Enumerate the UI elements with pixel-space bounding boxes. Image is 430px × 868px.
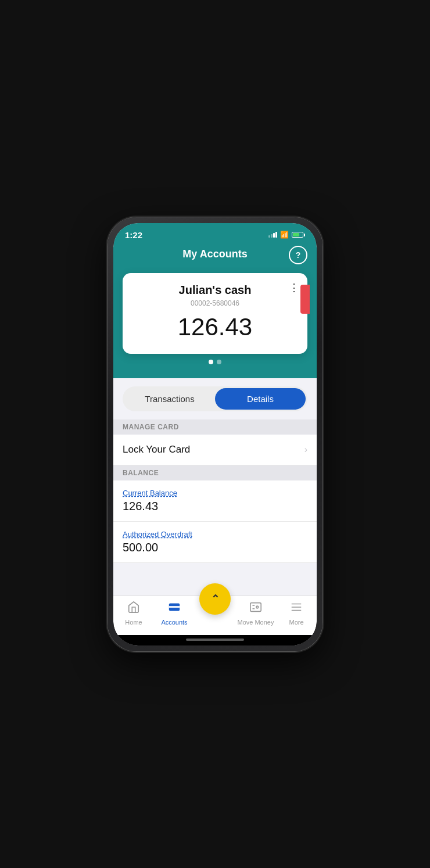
balance-section-header: BALANCE xyxy=(113,465,317,480)
wifi-icon: 📶 xyxy=(280,231,289,239)
authorized-overdraft-row: Authorized Overdraft 500.00 xyxy=(113,522,317,563)
current-balance-label[interactable]: Current Balance xyxy=(123,489,307,497)
dot-1[interactable] xyxy=(209,360,213,364)
current-balance-value: 126.43 xyxy=(123,500,307,513)
card-tab-indicator xyxy=(300,285,310,314)
accounts-icon xyxy=(168,601,181,617)
account-card: ⋮ Julian's cash 00002-5680046 126.43 xyxy=(123,273,307,354)
home-bar xyxy=(186,639,244,641)
status-time: 1:22 xyxy=(125,230,142,240)
move-money-icon xyxy=(249,601,262,617)
current-balance-row: Current Balance 126.43 xyxy=(113,480,317,522)
home-icon xyxy=(127,601,140,617)
svg-rect-1 xyxy=(169,606,180,608)
more-icon xyxy=(290,601,303,617)
nav-more-label: More xyxy=(289,619,303,626)
pagination-dots xyxy=(123,354,307,367)
tab-details[interactable]: Details xyxy=(215,388,306,410)
phone-frame: 1:22 📶 xyxy=(107,217,322,651)
phone-inner: 1:22 📶 xyxy=(113,223,317,645)
status-bar: 1:22 📶 xyxy=(113,223,317,243)
nav-accounts[interactable]: Accounts xyxy=(154,601,195,626)
account-number: 00002-5680046 xyxy=(134,299,296,307)
home-indicator xyxy=(113,635,317,645)
nav-accounts-label: Accounts xyxy=(161,619,187,626)
header: My Accounts ? xyxy=(113,243,317,267)
lock-card-label: Lock Your Card xyxy=(123,444,190,455)
center-action-button[interactable]: ⌃ xyxy=(199,583,231,615)
help-button[interactable]: ? xyxy=(289,246,307,264)
content-area: Transactions Details MANAGE CARD Lock Yo… xyxy=(113,378,317,596)
authorized-overdraft-label[interactable]: Authorized Overdraft xyxy=(123,530,307,539)
signal-icon xyxy=(268,232,277,238)
page-title: My Accounts xyxy=(182,248,247,260)
dot-2[interactable] xyxy=(217,360,221,364)
card-menu-button[interactable]: ⋮ xyxy=(289,281,299,294)
svg-rect-2 xyxy=(250,602,261,611)
tab-transactions[interactable]: Transactions xyxy=(124,388,215,410)
status-icons: 📶 xyxy=(268,231,305,239)
account-name: Julian's cash xyxy=(134,284,296,297)
battery-icon xyxy=(292,232,305,238)
chevron-right-icon: › xyxy=(304,444,307,455)
nav-more[interactable]: More xyxy=(276,601,317,626)
phone-screen: 1:22 📶 xyxy=(113,223,317,645)
nav-move-money[interactable]: Move Money xyxy=(235,601,276,626)
bottom-nav: Home Accounts ⌃ xyxy=(113,596,317,635)
svg-point-3 xyxy=(256,606,259,608)
account-balance: 126.43 xyxy=(134,313,296,341)
nav-home[interactable]: Home xyxy=(113,601,154,626)
manage-card-section-header: MANAGE CARD xyxy=(113,419,317,435)
nav-move-money-label: Move Money xyxy=(238,619,274,626)
card-area: ⋮ Julian's cash 00002-5680046 126.43 xyxy=(113,267,317,378)
chevron-up-icon: ⌃ xyxy=(211,593,220,605)
authorized-overdraft-value: 500.00 xyxy=(123,541,307,554)
nav-home-label: Home xyxy=(125,619,142,626)
lock-card-item[interactable]: Lock Your Card › xyxy=(113,435,317,465)
tab-switcher: Transactions Details xyxy=(123,386,307,411)
